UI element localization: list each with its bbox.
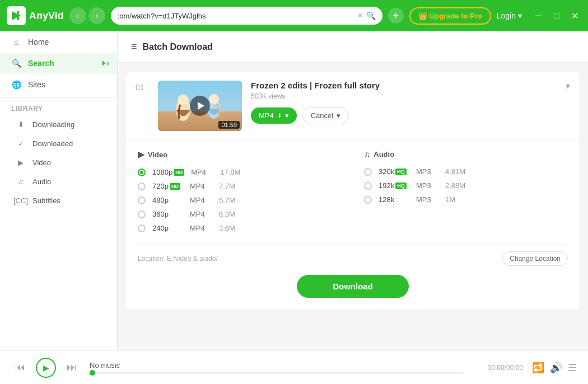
logo-icon xyxy=(7,6,26,25)
download-button[interactable]: Download xyxy=(297,275,409,298)
format-row-320k[interactable]: 320k HQ MP3 4.81M xyxy=(364,165,568,179)
radio-240p[interactable] xyxy=(138,224,146,232)
format-row-1080p[interactable]: 1080p HD MP4 17.8M xyxy=(138,165,342,179)
previous-button[interactable]: ⏮ xyxy=(11,359,29,377)
video-info: Frozen 2 edits | Frozen full story 503K … xyxy=(251,81,570,124)
audio-icon: ♫ xyxy=(16,176,26,186)
quality-240p: 240p xyxy=(152,224,183,232)
type-320k: MP3 xyxy=(416,167,438,176)
batch-title: Batch Download xyxy=(143,42,213,52)
video-col-icon: ▶ xyxy=(138,149,144,160)
minimize-button[interactable]: ─ xyxy=(532,9,545,22)
change-location-button[interactable]: Change Location xyxy=(502,251,568,266)
back-button[interactable]: ‹ xyxy=(69,7,86,24)
forward-button[interactable]: › xyxy=(88,7,105,24)
radio-720p[interactable] xyxy=(138,182,146,190)
play-pause-button[interactable]: ▶ xyxy=(36,358,56,378)
sidebar-item-home[interactable]: ⌂ Home xyxy=(0,31,117,53)
upgrade-button[interactable]: 👑 Upgrade to Pro xyxy=(409,7,491,25)
size-320k: 4.81M xyxy=(445,167,470,176)
sidebar-item-video[interactable]: ▶ Video xyxy=(0,153,117,172)
url-bar[interactable]: :om/watch?v=d1JTyWJglhs ✕ 🔍 xyxy=(111,7,382,25)
downloading-label: Downloading xyxy=(32,120,74,129)
crown-icon: 👑 xyxy=(418,12,427,20)
app-name: AnyVid xyxy=(29,10,64,22)
volume-button[interactable]: 🔊 xyxy=(550,362,562,374)
svg-point-8 xyxy=(209,94,219,104)
expand-button[interactable]: ▾ xyxy=(566,81,570,91)
audio-label: Audio xyxy=(32,177,51,186)
sidebar-item-downloaded[interactable]: ✓ Downloaded xyxy=(0,134,117,153)
video-views: 503K views xyxy=(251,92,570,100)
url-text: :om/watch?v=d1JTyWJglhs xyxy=(118,12,354,20)
format-row-720p[interactable]: 720p HD MP4 7.7M xyxy=(138,179,342,193)
mp4-format-button[interactable]: MP4 ⬇ ▾ xyxy=(251,107,297,124)
player-info: No music xyxy=(90,361,464,374)
batch-download-header: ≡ Batch Download xyxy=(118,31,588,63)
close-button[interactable]: ✕ xyxy=(568,9,581,22)
video-card-header: 01 xyxy=(127,72,579,140)
quality-720p: 720p HD xyxy=(152,182,183,190)
sidebar-item-subtitles[interactable]: [CC] Subtitles xyxy=(0,191,117,210)
sidebar-item-audio[interactable]: ♫ Audio xyxy=(0,172,117,191)
maximize-button[interactable]: □ xyxy=(550,9,563,22)
player-extra-controls: 🔁 🔊 ☰ xyxy=(532,362,577,374)
format-row-480p[interactable]: 480p MP4 5.7M xyxy=(138,193,342,207)
radio-320k[interactable] xyxy=(364,168,372,176)
quality-320k: 320k HQ xyxy=(379,167,409,176)
type-1080p: MP4 xyxy=(191,168,213,176)
item-number: 01 xyxy=(136,81,149,92)
video-title: Frozen 2 edits | Frozen full story xyxy=(251,81,570,90)
format-row-240p[interactable]: 240p MP4 3.6M xyxy=(138,221,342,235)
home-label: Home xyxy=(28,38,49,46)
video-icon: ▶ xyxy=(16,157,26,167)
play-button-overlay[interactable] xyxy=(190,96,210,116)
svg-marker-0 xyxy=(12,11,21,20)
size-480p: 5.7M xyxy=(219,196,244,204)
format-row-360p[interactable]: 360p MP4 6.3M xyxy=(138,207,342,221)
search-icon: 🔍 xyxy=(366,11,376,20)
radio-128k[interactable] xyxy=(364,196,372,204)
next-button[interactable]: ⏭ xyxy=(63,359,81,377)
player-bar: ⏮ ▶ ⏭ No music 00:00/00:00 🔁 🔊 ☰ xyxy=(0,350,588,384)
audio-column-header: ♫ Audio xyxy=(364,149,568,159)
sidebar-item-search[interactable]: 🔍 Search › xyxy=(0,53,117,74)
sidebar: ⌂ Home 🔍 Search › 🌐 Sites Library ⬇ Down… xyxy=(0,31,118,350)
sidebar-item-sites[interactable]: 🌐 Sites xyxy=(0,74,117,95)
type-128k: MP3 xyxy=(416,195,438,204)
player-controls: ⏮ ▶ ⏭ xyxy=(11,358,81,378)
now-playing-label: No music xyxy=(90,361,464,369)
video-card: 01 xyxy=(127,72,579,309)
login-button[interactable]: Login ▾ xyxy=(497,11,522,20)
radio-360p[interactable] xyxy=(138,210,146,218)
format-row-192k[interactable]: 192k HQ MP3 2.88M xyxy=(364,179,568,193)
cancel-button[interactable]: Cancel ▾ xyxy=(302,107,349,124)
playlist-button[interactable]: ☰ xyxy=(568,362,577,374)
quality-480p: 480p xyxy=(152,196,183,204)
repeat-button[interactable]: 🔁 xyxy=(532,362,544,374)
progress-bar[interactable] xyxy=(90,372,464,374)
quality-128k: 128k xyxy=(379,195,409,204)
format-row-128k[interactable]: 128k MP3 1M xyxy=(364,193,568,207)
mp4-label: MP4 xyxy=(259,111,274,120)
radio-192k[interactable] xyxy=(364,182,372,190)
add-tab-button[interactable]: + xyxy=(388,8,404,24)
library-label: Library xyxy=(0,100,117,115)
radio-1080p[interactable] xyxy=(138,168,146,176)
time-display: 00:00/00:00 xyxy=(473,364,523,372)
close-tab-icon[interactable]: ✕ xyxy=(357,12,363,20)
sidebar-item-downloading[interactable]: ⬇ Downloading xyxy=(0,115,117,134)
chevron-down-icon: ▾ xyxy=(518,11,522,20)
radio-480p[interactable] xyxy=(138,196,146,204)
svg-point-6 xyxy=(178,95,188,105)
right-panel: ≡ Batch Download 01 xyxy=(118,31,588,350)
main-content: ⌂ Home 🔍 Search › 🌐 Sites Library ⬇ Down… xyxy=(0,31,588,350)
type-192k: MP3 xyxy=(416,181,438,190)
quality-1080p: 1080p HD xyxy=(152,168,184,176)
video-thumbnail: 01:59 xyxy=(158,81,242,131)
search-nav-icon: 🔍 xyxy=(11,58,21,68)
audio-col-label: Audio xyxy=(374,150,394,158)
size-360p: 6.3M xyxy=(219,210,244,218)
downloaded-icon: ✓ xyxy=(16,138,26,148)
cancel-chevron-icon: ▾ xyxy=(337,111,340,120)
